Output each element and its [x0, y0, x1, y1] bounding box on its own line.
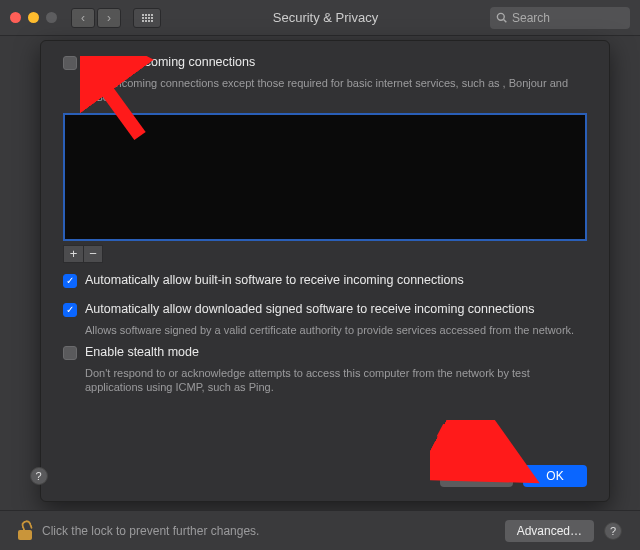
dialog-buttons: ? Cancel OK [440, 465, 587, 487]
block-all-option[interactable]: Block all incoming connections [63, 55, 587, 70]
search-icon [496, 12, 507, 23]
ok-button[interactable]: OK [523, 465, 587, 487]
allow-signed-checkbox[interactable]: ✓ [63, 303, 77, 317]
allow-builtin-option[interactable]: ✓ Automatically allow built-in software … [63, 273, 587, 288]
block-all-checkbox[interactable] [63, 56, 77, 70]
lock-icon[interactable] [18, 522, 32, 540]
cancel-button[interactable]: Cancel [440, 465, 513, 487]
footer-help-button[interactable]: ? [604, 522, 622, 540]
allow-builtin-checkbox[interactable]: ✓ [63, 274, 77, 288]
block-all-desc: ks all incoming connections except those… [85, 76, 587, 105]
close-icon[interactable] [10, 12, 21, 23]
footer: Click the lock to prevent further change… [0, 510, 640, 550]
titlebar: ‹ › Security & Privacy Search [0, 0, 640, 36]
stealth-checkbox[interactable] [63, 346, 77, 360]
stealth-option[interactable]: Enable stealth mode [63, 345, 587, 360]
back-button[interactable]: ‹ [71, 8, 95, 28]
allow-builtin-label: Automatically allow built-in software to… [85, 273, 464, 287]
allow-signed-option[interactable]: ✓ Automatically allow downloaded signed … [63, 302, 587, 317]
list-controls: + − [63, 245, 587, 263]
search-placeholder: Search [512, 11, 550, 25]
firewall-options-sheet: Block all incoming connections ks all in… [40, 40, 610, 502]
svg-line-1 [504, 20, 507, 23]
stealth-desc: Don't respond to or acknowledge attempts… [85, 366, 587, 395]
zoom-icon[interactable] [46, 12, 57, 23]
advanced-button[interactable]: Advanced… [505, 520, 594, 542]
app-list[interactable] [63, 113, 587, 241]
window-title: Security & Privacy [171, 10, 480, 25]
remove-button[interactable]: − [83, 245, 103, 263]
show-all-button[interactable] [133, 8, 161, 28]
add-button[interactable]: + [63, 245, 83, 263]
minimize-icon[interactable] [28, 12, 39, 23]
forward-button[interactable]: › [97, 8, 121, 28]
window-controls [10, 12, 57, 23]
nav-buttons: ‹ › [71, 8, 121, 28]
lock-text: Click the lock to prevent further change… [42, 524, 495, 538]
allow-signed-label: Automatically allow downloaded signed so… [85, 302, 535, 316]
block-all-label: Block all incoming connections [85, 55, 255, 69]
svg-point-0 [497, 13, 504, 20]
allow-signed-desc: Allows software signed by a valid certif… [85, 323, 587, 337]
stealth-label: Enable stealth mode [85, 345, 199, 359]
search-input[interactable]: Search [490, 7, 630, 29]
help-button[interactable]: ? [30, 467, 48, 485]
